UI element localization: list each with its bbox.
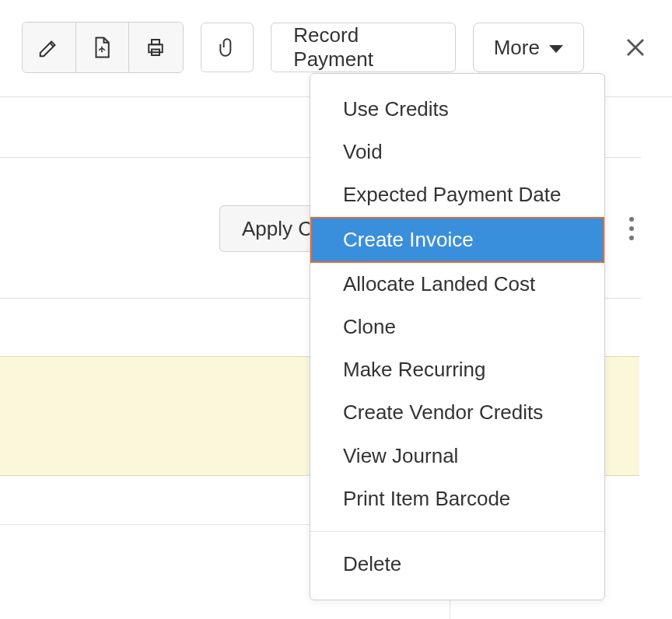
record-payment-button[interactable]: Record Payment xyxy=(271,23,455,72)
action-button-group xyxy=(22,22,184,73)
svg-rect-1 xyxy=(152,40,159,44)
dot-icon xyxy=(629,226,634,231)
more-dropdown: Use Credits Void Expected Payment Date C… xyxy=(310,73,605,600)
print-button[interactable] xyxy=(129,23,182,72)
menu-item-print-item-barcode[interactable]: Print Item Barcode xyxy=(310,477,604,520)
dot-icon xyxy=(629,217,634,222)
close-icon xyxy=(624,36,647,59)
svg-rect-0 xyxy=(149,44,163,52)
more-button[interactable]: More xyxy=(473,23,584,72)
menu-item-allocate-landed-cost[interactable]: Allocate Landed Cost xyxy=(310,263,604,306)
toolbar: Record Payment More xyxy=(0,0,672,73)
menu-item-view-journal[interactable]: View Journal xyxy=(310,435,604,477)
menu-item-create-vendor-credits[interactable]: Create Vendor Credits xyxy=(310,391,604,434)
chevron-down-icon xyxy=(549,45,563,53)
pdf-icon xyxy=(90,36,114,59)
pdf-button[interactable] xyxy=(76,23,130,72)
menu-item-delete[interactable]: Delete xyxy=(310,543,604,586)
record-payment-label: Record Payment xyxy=(293,23,432,72)
kebab-menu-button[interactable] xyxy=(618,210,646,247)
close-button[interactable] xyxy=(621,32,650,63)
menu-item-make-recurring[interactable]: Make Recurring xyxy=(310,348,604,391)
pencil-icon xyxy=(37,36,61,59)
menu-item-expected-payment-date[interactable]: Expected Payment Date xyxy=(310,173,604,216)
more-label: More xyxy=(494,36,540,60)
edit-button[interactable] xyxy=(23,23,76,72)
printer-icon xyxy=(144,36,167,59)
menu-item-void[interactable]: Void xyxy=(310,131,604,173)
menu-item-use-credits[interactable]: Use Credits xyxy=(310,88,604,131)
menu-item-clone[interactable]: Clone xyxy=(310,306,604,348)
attachment-button[interactable] xyxy=(201,23,254,72)
menu-separator xyxy=(310,531,604,532)
paperclip-icon xyxy=(217,36,237,59)
dot-icon xyxy=(629,236,634,240)
menu-item-create-invoice[interactable]: Create Invoice xyxy=(310,217,604,263)
